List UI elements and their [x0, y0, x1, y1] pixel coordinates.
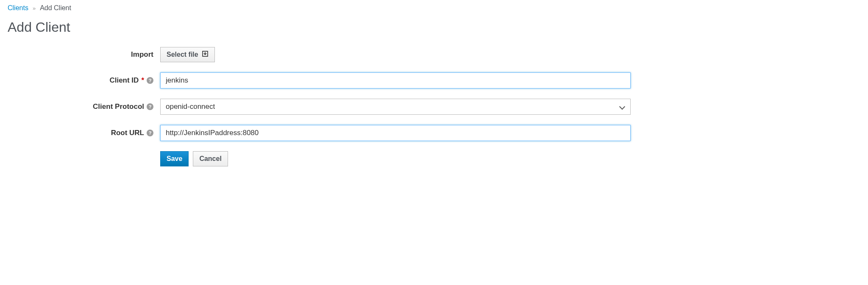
root-url-label-text: Root URL — [111, 129, 144, 137]
save-button[interactable]: Save — [160, 151, 189, 166]
root-url-label: Root URL ? — [8, 129, 160, 137]
chevron-down-icon — [619, 104, 625, 110]
cancel-button[interactable]: Cancel — [193, 151, 228, 166]
client-protocol-value: openid-connect — [166, 102, 619, 111]
help-icon[interactable]: ? — [147, 103, 153, 110]
select-file-label: Select file — [167, 51, 198, 58]
import-icon — [202, 50, 209, 59]
root-url-input[interactable] — [160, 125, 631, 141]
import-label: Import — [8, 50, 160, 59]
help-icon[interactable]: ? — [147, 77, 153, 84]
import-label-text: Import — [131, 50, 153, 59]
client-id-input[interactable] — [160, 72, 631, 89]
client-protocol-select[interactable]: openid-connect — [160, 99, 631, 115]
required-star-icon: * — [141, 76, 144, 85]
select-file-button[interactable]: Select file — [160, 47, 215, 62]
form-row-client-protocol: Client Protocol ? openid-connect — [8, 99, 860, 115]
breadcrumb-current: Add Client — [40, 4, 71, 12]
breadcrumb-separator-icon: » — [33, 5, 36, 11]
client-protocol-label-text: Client Protocol — [93, 102, 144, 111]
form-row-root-url: Root URL ? — [8, 125, 860, 141]
form-buttons: Save Cancel — [160, 151, 860, 166]
form-row-import: Import Select file — [8, 47, 860, 62]
client-protocol-label: Client Protocol ? — [8, 102, 160, 111]
help-icon[interactable]: ? — [147, 130, 153, 136]
page-title: Add Client — [8, 19, 860, 35]
client-id-label: Client ID * ? — [8, 76, 160, 85]
add-client-form: Import Select file Client ID * ? — [8, 47, 860, 166]
client-id-label-text: Client ID — [109, 76, 139, 85]
breadcrumb-link-clients[interactable]: Clients — [8, 4, 28, 12]
breadcrumb: Clients » Add Client — [8, 4, 860, 12]
form-row-client-id: Client ID * ? — [8, 72, 860, 89]
